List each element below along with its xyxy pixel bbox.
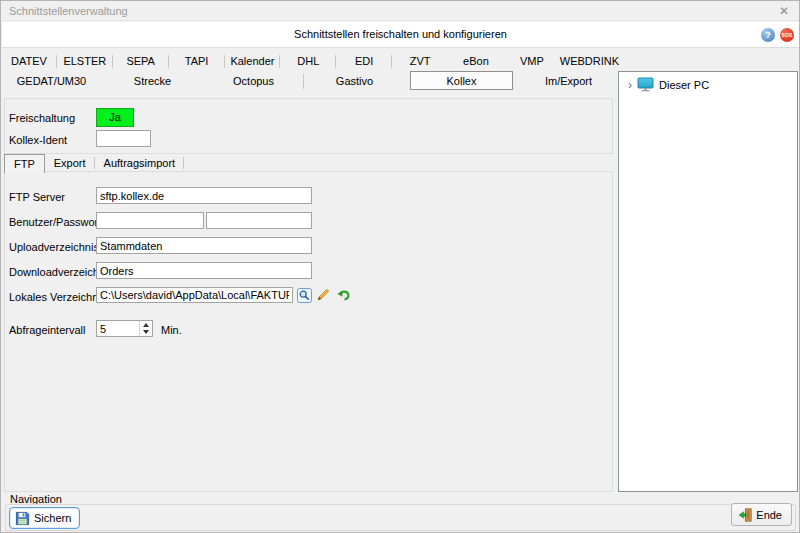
chevron-right-icon[interactable]: › bbox=[628, 80, 632, 90]
tab-elster[interactable]: ELSTER bbox=[57, 52, 113, 71]
schnittstellenverwaltung-window: Schnittstellenverwaltung ✕ Schnittstelle… bbox=[0, 0, 800, 533]
tab-edi[interactable]: EDI bbox=[336, 52, 392, 71]
tab-tapi[interactable]: TAPI bbox=[169, 52, 225, 71]
ftp-server-input[interactable] bbox=[96, 187, 312, 204]
window-title: Schnittstellenverwaltung bbox=[9, 5, 128, 17]
lokales-verzeichnis-label: Lokales Verzeichnis bbox=[9, 291, 106, 303]
kollex-ident-input[interactable] bbox=[96, 130, 151, 147]
tab-strecke[interactable]: Strecke bbox=[102, 71, 203, 92]
spinner-buttons bbox=[139, 321, 151, 336]
browse-folder-button[interactable] bbox=[297, 288, 312, 303]
edit-path-button[interactable] bbox=[316, 287, 331, 302]
interface-tab-row-2: GEDAT/UM30 Strecke Octopus Gastivo Kolle… bbox=[1, 71, 619, 92]
tab-kollex[interactable]: Kollex bbox=[410, 71, 513, 90]
benutzer-input[interactable] bbox=[96, 212, 204, 229]
directory-tree-panel[interactable]: › Dieser PC bbox=[618, 71, 798, 492]
intervall-unit-label: Min. bbox=[161, 324, 182, 336]
abfrageintervall-label: Abfrageintervall bbox=[9, 324, 85, 336]
end-button-label: Ende bbox=[756, 509, 782, 521]
uploadverzeichnis-label: Uploadverzeichnis bbox=[9, 241, 99, 253]
title-bar: Schnittstellenverwaltung ✕ bbox=[1, 1, 799, 21]
spinner-up-icon[interactable] bbox=[140, 321, 151, 329]
abfrageintervall-spinner bbox=[96, 320, 153, 337]
pencil-icon bbox=[316, 287, 331, 302]
reset-path-button[interactable] bbox=[336, 288, 351, 303]
tree-item-label: Dieser PC bbox=[659, 79, 709, 91]
floppy-disk-icon bbox=[15, 511, 30, 526]
benutzer-passwort-label: Benutzer/Passwort bbox=[9, 216, 101, 228]
tab-datev[interactable]: DATEV bbox=[1, 52, 57, 71]
downloadverzeichnis-input[interactable] bbox=[96, 262, 312, 279]
tree-item-dieser-pc[interactable]: › Dieser PC bbox=[619, 72, 797, 92]
ftp-sub-tabs: FTP Export Auftragsimport bbox=[4, 154, 184, 172]
tab-webdrink[interactable]: WEBDRINK bbox=[560, 52, 619, 71]
tab-octopus[interactable]: Octopus bbox=[203, 71, 304, 92]
close-icon[interactable]: ✕ bbox=[775, 3, 793, 19]
interface-tab-row-1: DATEV ELSTER SEPA TAPI Kalender DHL EDI … bbox=[1, 52, 619, 71]
tab-gastivo[interactable]: Gastivo bbox=[304, 71, 405, 92]
undo-arrow-icon bbox=[336, 288, 351, 303]
save-button-label: Sichern bbox=[34, 512, 71, 524]
tab-gedat-um30[interactable]: GEDAT/UM30 bbox=[1, 71, 102, 92]
exit-door-icon bbox=[738, 508, 752, 522]
magnifier-icon bbox=[297, 288, 312, 303]
tab-im-export[interactable]: Im/Export bbox=[518, 71, 619, 92]
tab-zvt[interactable]: ZVT bbox=[392, 52, 448, 71]
lokales-verzeichnis-input[interactable] bbox=[96, 287, 293, 303]
subtab-auftragsimport[interactable]: Auftragsimport bbox=[95, 154, 185, 172]
navigation-groupbox bbox=[5, 504, 796, 531]
spinner-down-icon[interactable] bbox=[140, 329, 151, 337]
kollex-ident-label: Kollex-Ident bbox=[9, 134, 67, 146]
sos-icon[interactable]: SOS bbox=[780, 28, 794, 42]
computer-icon bbox=[637, 77, 654, 92]
passwort-input[interactable] bbox=[206, 212, 312, 229]
end-button[interactable]: Ende bbox=[731, 503, 792, 526]
tab-kalender[interactable]: Kalender bbox=[225, 52, 281, 71]
save-button[interactable]: Sichern bbox=[9, 507, 80, 529]
subtab-export[interactable]: Export bbox=[45, 154, 95, 172]
freischaltung-label: Freischaltung bbox=[9, 112, 75, 124]
subtab-ftp[interactable]: FTP bbox=[4, 154, 45, 173]
uploadverzeichnis-input[interactable] bbox=[96, 237, 312, 254]
header-title: Schnittstellen freischalten und konfigur… bbox=[2, 28, 799, 40]
tab-vmp[interactable]: VMP bbox=[504, 52, 560, 71]
tab-dhl[interactable]: DHL bbox=[280, 52, 336, 71]
freischaltung-status-button[interactable]: Ja bbox=[96, 108, 134, 127]
tab-ebon[interactable]: eBon bbox=[448, 52, 504, 71]
ftp-server-label: FTP Server bbox=[9, 191, 65, 203]
header: Schnittstellen freischalten und konfigur… bbox=[2, 22, 799, 48]
help-icon[interactable]: ? bbox=[761, 28, 775, 42]
tab-sepa[interactable]: SEPA bbox=[113, 52, 169, 71]
